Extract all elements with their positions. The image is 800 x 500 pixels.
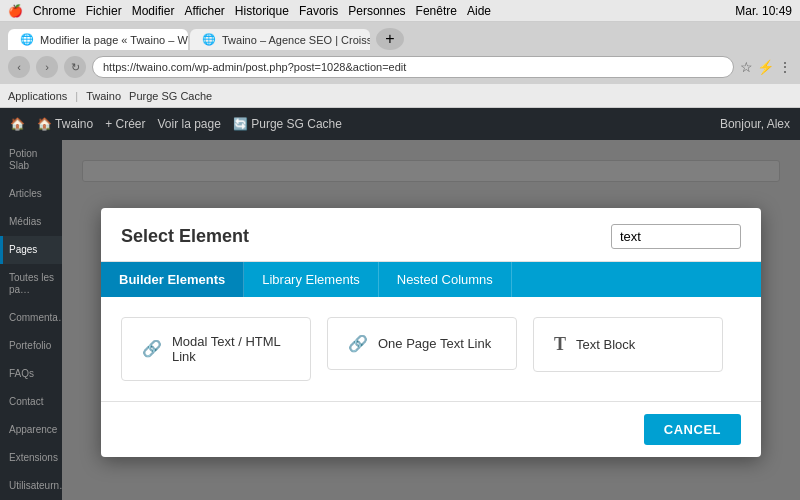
- sidebar-item-1[interactable]: Articles: [0, 180, 62, 208]
- browser-chrome: 🌐 Modifier la page « Twaino – W… ✕ 🌐 Twa…: [0, 22, 800, 84]
- wp-main: Select Element Builder Elements Library …: [62, 140, 800, 500]
- menu-modifier[interactable]: Modifier: [132, 4, 175, 18]
- modal-search-input[interactable]: [611, 224, 741, 249]
- sidebar-item-10[interactable]: Extensions: [0, 444, 62, 472]
- wp-user-greeting: Bonjour, Alex: [720, 117, 790, 131]
- menu-fenetre[interactable]: Fenêtre: [416, 4, 457, 18]
- menu-historique[interactable]: Historique: [235, 4, 289, 18]
- wp-purge-cache[interactable]: 🔄 Purge SG Cache: [233, 117, 342, 131]
- menu-bar: 🍎 Chrome Fichier Modifier Afficher Histo…: [0, 0, 800, 22]
- menu-bar-left: 🍎 Chrome Fichier Modifier Afficher Histo…: [8, 4, 491, 18]
- wp-site-name[interactable]: 🏠 Twaino: [37, 117, 93, 131]
- bookmarks-bar: Applications | Twaino Purge SG Cache: [0, 84, 800, 108]
- menu-personnes[interactable]: Personnes: [348, 4, 405, 18]
- tab-label-active: Modifier la page « Twaino – W…: [40, 34, 188, 46]
- wp-view-page[interactable]: Voir la page: [158, 117, 221, 131]
- bookmark-twaino[interactable]: Twaino: [86, 90, 121, 102]
- sidebar-item-11[interactable]: Utilisateurn…: [0, 472, 62, 500]
- element-label-2: Text Block: [576, 337, 635, 352]
- modal-backdrop: Select Element Builder Elements Library …: [62, 140, 800, 500]
- new-tab-button[interactable]: +: [376, 28, 404, 50]
- cancel-button[interactable]: CANCEL: [644, 414, 741, 445]
- wp-logo[interactable]: 🏠: [10, 117, 25, 131]
- text-block-icon: T: [554, 334, 566, 355]
- element-modal-text-html[interactable]: 🔗 Modal Text / HTML Link: [121, 317, 311, 381]
- sidebar-item-3[interactable]: Pages: [0, 236, 62, 264]
- modal-footer: CANCEL: [101, 401, 761, 457]
- menu-chrome[interactable]: Chrome: [33, 4, 76, 18]
- browser-tab-2[interactable]: 🌐 Twaino – Agence SEO | Croiss… ✕: [190, 29, 370, 50]
- tab-nested-columns[interactable]: Nested Columns: [379, 262, 512, 297]
- wp-sidebar: Potion Slab Articles Médias Pages Toutes…: [0, 140, 62, 500]
- apple-menu[interactable]: 🍎: [8, 4, 23, 18]
- menu-fichier[interactable]: Fichier: [86, 4, 122, 18]
- element-label-1: One Page Text Link: [378, 336, 491, 351]
- sidebar-item-2[interactable]: Médias: [0, 208, 62, 236]
- browser-nav: ‹ › ↻ https://twaino.com/wp-admin/post.p…: [0, 50, 800, 84]
- menu-afficher[interactable]: Afficher: [184, 4, 224, 18]
- modal-tabs: Builder Elements Library Elements Nested…: [101, 262, 761, 297]
- wp-admin-bar: 🏠 🏠 Twaino + Créer Voir la page 🔄 Purge …: [0, 108, 800, 140]
- nav-icons: ☆ ⚡ ⋮: [740, 59, 792, 75]
- extensions-icon[interactable]: ⚡: [757, 59, 774, 75]
- menu-icon[interactable]: ⋮: [778, 59, 792, 75]
- url-text: https://twaino.com/wp-admin/post.php?pos…: [103, 61, 406, 73]
- sidebar-item-8[interactable]: Contact: [0, 388, 62, 416]
- tab-builder-elements[interactable]: Builder Elements: [101, 262, 244, 297]
- menu-favoris[interactable]: Favoris: [299, 4, 338, 18]
- sidebar-item-6[interactable]: Portefolio: [0, 332, 62, 360]
- menu-aide[interactable]: Aide: [467, 4, 491, 18]
- element-one-page-text[interactable]: 🔗 One Page Text Link: [327, 317, 517, 370]
- bookmark-icon[interactable]: ☆: [740, 59, 753, 75]
- wp-create-button[interactable]: + Créer: [105, 117, 145, 131]
- url-bar[interactable]: https://twaino.com/wp-admin/post.php?pos…: [92, 56, 734, 78]
- forward-button[interactable]: ›: [36, 56, 58, 78]
- tab-favicon-2: 🌐: [202, 33, 216, 46]
- sidebar-item-9[interactable]: Apparence: [0, 416, 62, 444]
- modal-header: Select Element: [101, 208, 761, 262]
- modal-body: 🔗 Modal Text / HTML Link 🔗 One Page Text…: [101, 297, 761, 401]
- bookmark-purge[interactable]: Purge SG Cache: [129, 90, 212, 102]
- tab-favicon: 🌐: [20, 33, 34, 46]
- tab-label-2: Twaino – Agence SEO | Croiss…: [222, 34, 370, 46]
- sidebar-item-5[interactable]: Commenta…: [0, 304, 62, 332]
- sidebar-item-0[interactable]: Potion Slab: [0, 140, 62, 180]
- sidebar-item-4[interactable]: Toutes les pa…: [0, 264, 62, 304]
- browser-tab-active[interactable]: 🌐 Modifier la page « Twaino – W… ✕: [8, 29, 188, 50]
- bookmark-applications[interactable]: Applications: [8, 90, 67, 102]
- refresh-button[interactable]: ↻: [64, 56, 86, 78]
- sidebar-item-7[interactable]: FAQs: [0, 360, 62, 388]
- element-label-0: Modal Text / HTML Link: [172, 334, 290, 364]
- modal-title: Select Element: [121, 226, 249, 247]
- back-button[interactable]: ‹: [8, 56, 30, 78]
- link-icon-2: 🔗: [348, 334, 368, 353]
- wp-layout: Potion Slab Articles Médias Pages Toutes…: [0, 140, 800, 500]
- tab-library-elements[interactable]: Library Elements: [244, 262, 379, 297]
- element-text-block[interactable]: T Text Block: [533, 317, 723, 372]
- select-element-modal: Select Element Builder Elements Library …: [101, 208, 761, 457]
- menu-time: Mar. 10:49: [735, 4, 792, 18]
- link-icon-1: 🔗: [142, 339, 162, 358]
- browser-tabs: 🌐 Modifier la page « Twaino – W… ✕ 🌐 Twa…: [0, 22, 800, 50]
